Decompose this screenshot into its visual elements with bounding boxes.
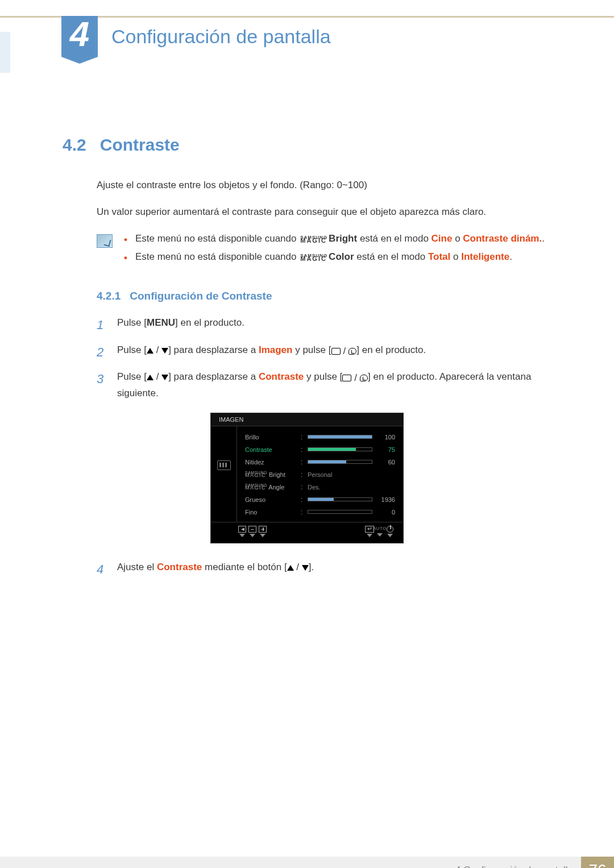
power-icon xyxy=(387,526,393,533)
note1-pre: Este menú no está disponible cuando xyxy=(135,233,299,244)
samsung-magic-label: SAMSUNGMAGIC xyxy=(300,236,327,242)
osd-sidebar xyxy=(211,426,237,522)
osd-footer: AUTO xyxy=(211,522,403,543)
picture-mode-icon xyxy=(217,460,231,470)
down-icon xyxy=(302,565,309,571)
note-icon xyxy=(97,234,113,248)
up-icon xyxy=(147,375,154,380)
down-icon xyxy=(161,348,168,354)
note2-total: Total xyxy=(428,251,450,262)
bullet-icon: • xyxy=(124,234,127,246)
note1-cine: Cine xyxy=(432,233,453,244)
chapter-title: Configuración de pantalla xyxy=(111,26,331,48)
section-number: 4.2 xyxy=(63,135,86,155)
note1-bright: Bright xyxy=(329,233,357,244)
note-list: • Este menú no está disponible cuando SA… xyxy=(124,233,545,269)
subsection-heading: 4.2.1 Configuración de Contraste xyxy=(97,290,551,302)
step-list: 1 Pulse [MENU] en el producto. 2 Pulse [… xyxy=(97,315,551,401)
enter-icon: / xyxy=(331,343,357,359)
osd-row: Contraste:75 xyxy=(245,443,395,456)
plus-icon xyxy=(259,526,267,533)
osd-items: Brillo:100Contraste:75Nitidez:60SAMSUNGM… xyxy=(237,426,403,522)
footer-chapter-label: 4 Configuración de pantalla xyxy=(455,865,581,868)
step-3: 3 Pulse [ / ] para desplazarse a Contras… xyxy=(97,369,551,401)
step3-contraste: Contraste xyxy=(259,371,304,382)
up-icon xyxy=(287,565,294,571)
chapter-header: 4 Configuración de pantalla xyxy=(0,16,614,73)
down-icon xyxy=(161,375,168,380)
osd-row: Fino:0 xyxy=(245,506,395,518)
up-icon xyxy=(147,348,154,354)
page-footer: 4 Configuración de pantalla 76 xyxy=(0,857,614,868)
enter-icon xyxy=(365,526,374,533)
step-list-2: 4 Ajuste el Contraste mediante el botón … xyxy=(97,559,551,579)
step-1: 1 Pulse [MENU] en el producto. xyxy=(97,315,551,335)
content-area: 4.2 Contraste Ajuste el contraste entre … xyxy=(0,73,614,654)
enter-icon: / xyxy=(342,370,368,385)
note-item-2: • Este menú no está disponible cuando SA… xyxy=(124,251,545,264)
step-2: 2 Pulse [ / ] para desplazarse a Imagen … xyxy=(97,342,551,362)
note-item-1: • Este menú no está disponible cuando SA… xyxy=(124,233,545,246)
osd-row: Grueso:1936 xyxy=(245,493,395,506)
osd-panel: IMAGEN Brillo:100Contraste:75Nitidez:60S… xyxy=(210,413,404,543)
section-heading: 4.2 Contraste xyxy=(63,135,551,155)
intro-paragraph-1: Ajuste el contraste entre los objetos y … xyxy=(97,177,551,193)
step2-imagen: Imagen xyxy=(259,344,293,355)
page-number: 76 xyxy=(581,857,614,868)
osd-row: SAMSUNGMAGIC Angle:Des. xyxy=(245,481,395,493)
bullet-icon: • xyxy=(124,252,127,264)
step-4: 4 Ajuste el Contraste mediante el botón … xyxy=(97,559,551,579)
note-block: • Este menú no está disponible cuando SA… xyxy=(97,233,551,269)
subsection-number: 4.2.1 xyxy=(97,290,121,302)
step4-contraste: Contraste xyxy=(157,562,202,572)
menu-button-label: MENU xyxy=(147,317,175,328)
note2-intel: Inteligente xyxy=(461,251,509,262)
subsection-title: Configuración de Contraste xyxy=(130,290,272,302)
page: 4 Configuración de pantalla 4.2 Contrast… xyxy=(0,16,614,868)
osd-row: SAMSUNGMAGIC Bright:Personal xyxy=(245,468,395,481)
osd-row: Nitidez:60 xyxy=(245,456,395,468)
chapter-number-badge: 4 xyxy=(61,16,98,57)
back-icon xyxy=(238,526,246,533)
intro-paragraph-2: Un valor superior aumentará el contraste… xyxy=(97,204,551,219)
osd-row: Brillo:100 xyxy=(245,431,395,443)
note1-dinam: Contraste dinám. xyxy=(463,233,542,244)
note2-color: Color xyxy=(329,251,354,262)
section-title: Contraste xyxy=(100,135,180,155)
osd-title: IMAGEN xyxy=(211,413,403,426)
minus-icon xyxy=(248,526,256,533)
samsung-magic-label: SAMSUNGMAGIC xyxy=(300,255,327,260)
